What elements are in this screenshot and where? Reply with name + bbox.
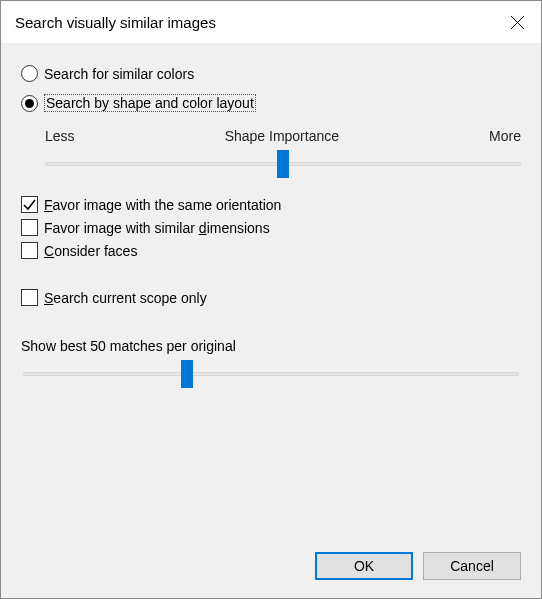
button-label: OK <box>354 558 374 574</box>
close-icon <box>511 16 524 29</box>
slider-label-less: Less <box>45 128 75 144</box>
checkbox-label: Favor image with similar dimensions <box>44 220 270 236</box>
checkmark-icon <box>23 198 36 211</box>
shape-importance-slider[interactable] <box>45 162 521 166</box>
slider-label-more: More <box>489 128 521 144</box>
checkbox-favor-orientation[interactable]: Favor image with the same orientation <box>21 196 521 213</box>
checkbox-icon-checked <box>21 196 38 213</box>
slider-label-center: Shape Importance <box>225 128 339 144</box>
checkbox-label: Search current scope only <box>44 290 207 306</box>
titlebar: Search visually similar images <box>1 1 541 43</box>
radio-icon <box>21 65 38 82</box>
window-title: Search visually similar images <box>15 14 216 31</box>
checkbox-icon <box>21 242 38 259</box>
close-button[interactable] <box>493 1 541 43</box>
checkbox-label: Favor image with the same orientation <box>44 197 281 213</box>
radio-icon-selected <box>21 95 38 112</box>
checkbox-consider-faces[interactable]: Consider faces <box>21 242 521 259</box>
matches-slider-block <box>21 372 521 376</box>
ok-button[interactable]: OK <box>315 552 413 580</box>
dialog-footer: OK Cancel <box>315 552 521 580</box>
checkbox-current-scope[interactable]: Search current scope only <box>21 289 521 306</box>
slider-thumb[interactable] <box>181 360 193 388</box>
checkbox-favor-dimensions[interactable]: Favor image with similar dimensions <box>21 219 521 236</box>
shape-importance-slider-block: Less Shape Importance More <box>45 128 521 166</box>
checkbox-label: Consider faces <box>44 243 137 259</box>
slider-labels: Less Shape Importance More <box>45 128 521 144</box>
matches-text: Show best 50 matches per original <box>21 338 521 354</box>
cancel-button[interactable]: Cancel <box>423 552 521 580</box>
slider-thumb[interactable] <box>277 150 289 178</box>
radio-label: Search for similar colors <box>44 66 194 82</box>
radio-label-selected: Search by shape and color layout <box>44 94 256 112</box>
dialog-content: Search for similar colors Search by shap… <box>1 43 541 376</box>
checkbox-icon <box>21 219 38 236</box>
checkbox-icon <box>21 289 38 306</box>
button-label: Cancel <box>450 558 494 574</box>
matches-slider[interactable] <box>23 372 519 376</box>
radio-shape-color-layout[interactable]: Search by shape and color layout <box>21 94 521 112</box>
radio-similar-colors[interactable]: Search for similar colors <box>21 65 521 82</box>
